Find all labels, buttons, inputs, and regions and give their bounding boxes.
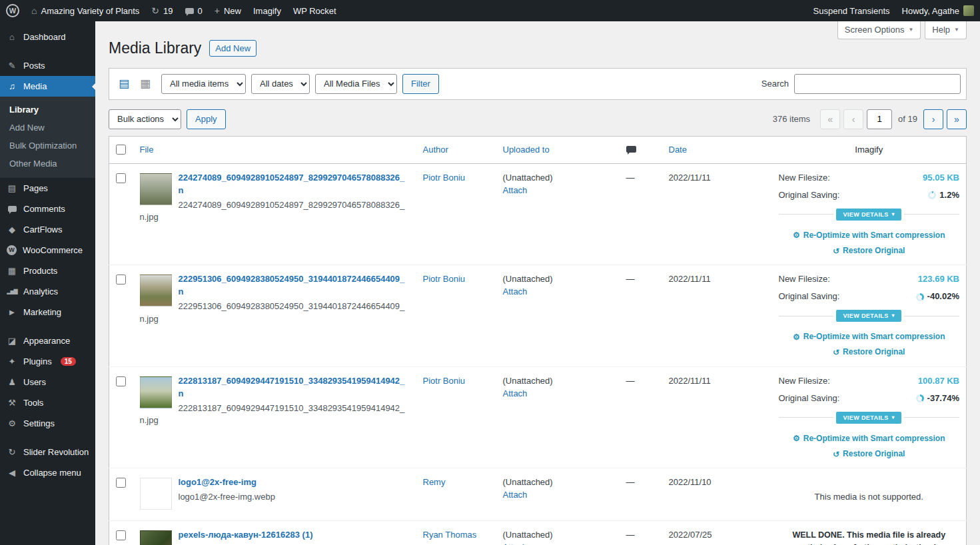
author-link[interactable]: Remy [423, 477, 446, 487]
attach-link[interactable]: Attach [503, 286, 528, 296]
sidebar-item-collapse-menu[interactable]: ◀ Collapse menu [0, 462, 95, 483]
pagination: 376 items « ‹ of 19 › » [773, 109, 967, 129]
reoptimize-link[interactable]: ⚙ Re-Optimize with Smart compression [793, 433, 945, 444]
current-page-input[interactable] [867, 109, 892, 129]
gear-icon: ⚙ [793, 231, 800, 239]
comments-count: — [626, 530, 635, 540]
select-all-checkbox[interactable] [116, 145, 126, 155]
author-link[interactable]: Ryan Thomas [423, 530, 477, 540]
add-new-button[interactable]: Add New [209, 40, 256, 57]
view-details-button[interactable]: VIEW DETAILS ▾ [836, 209, 901, 221]
site-name-link[interactable]: ⌂ Amazing Variety of Plants [25, 0, 145, 21]
imagify-adminbar-menu[interactable]: Imagify [247, 0, 287, 21]
sidebar-item-woocommerce[interactable]: W WooCommerce [0, 240, 95, 261]
sidebar-item-label: Comments [23, 204, 65, 214]
attach-link[interactable]: Attach [503, 542, 528, 545]
sidebar-item-marketing[interactable]: ► Marketing [0, 302, 95, 322]
media-type-filter-select[interactable]: All media items [161, 74, 246, 94]
date-filter-select[interactable]: All dates [251, 74, 310, 94]
uploaded-to-status: (Unattached) [503, 376, 553, 386]
comments-link[interactable]: 0 [179, 0, 209, 21]
sidebar-item-settings[interactable]: ⚙ Settings [0, 413, 95, 434]
restore-original-link[interactable]: ↺ Restore Original [833, 245, 905, 257]
filter-button[interactable]: Filter [402, 74, 439, 94]
author-link[interactable]: Piotr Boniu [423, 274, 466, 284]
screen-options-button[interactable]: Screen Options ▼ [837, 21, 921, 39]
column-header-file[interactable]: File [140, 145, 154, 155]
file-type-filter-select[interactable]: All Media Files [315, 74, 397, 94]
media-thumbnail[interactable] [140, 530, 172, 545]
row-checkbox[interactable] [116, 478, 126, 488]
first-page-button[interactable]: « [820, 109, 840, 129]
sidebar-item-comments[interactable]: Comments [0, 199, 95, 219]
column-header-author[interactable]: Author [423, 145, 448, 155]
grid-view-button[interactable]: ▦ [136, 75, 155, 93]
page-title: Media Library [109, 39, 201, 59]
view-details-button[interactable]: VIEW DETAILS ▾ [836, 412, 901, 424]
reoptimize-link[interactable]: ⚙ Re-Optimize with Smart compression [793, 331, 945, 342]
sidebar-item-tools[interactable]: ⚒ Tools [0, 392, 95, 413]
attach-link[interactable]: Attach [503, 490, 528, 500]
sidebar-item-cartflows[interactable]: ◆ CartFlows [0, 219, 95, 240]
row-checkbox[interactable] [116, 530, 126, 540]
restore-original-link[interactable]: ↺ Restore Original [833, 346, 905, 358]
last-page-button[interactable]: » [947, 109, 967, 129]
next-page-button[interactable]: › [923, 109, 943, 129]
media-title-link[interactable]: logo1@2x-free-img [179, 477, 256, 487]
submenu-item-add-new[interactable]: Add New [0, 119, 95, 137]
media-title-link[interactable]: 222951306_6094928380524950_3194401872446… [179, 274, 405, 296]
original-saving-row: Original Saving: -40.02% [779, 290, 960, 303]
new-content-menu[interactable]: + New [209, 0, 247, 21]
row-checkbox[interactable] [116, 173, 126, 183]
attach-link[interactable]: Attach [503, 388, 528, 398]
sidebar-item-posts[interactable]: ✎ Posts [0, 55, 95, 76]
media-thumbnail[interactable] [140, 376, 172, 408]
restore-original-link[interactable]: ↺ Restore Original [833, 448, 905, 460]
sidebar-item-dashboard[interactable]: ⌂ Dashboard [0, 27, 95, 47]
author-link[interactable]: Piotr Boniu [423, 376, 466, 386]
new-filesize-value: 95.05 KB [923, 172, 959, 185]
suspend-transients-link[interactable]: Suspend Transients [807, 0, 896, 21]
help-button[interactable]: Help ▼ [925, 21, 967, 39]
list-view-button[interactable]: ▤ [115, 75, 133, 93]
bulk-actions-select[interactable]: Bulk actions [109, 109, 181, 129]
column-header-date[interactable]: Date [669, 145, 687, 155]
author-link[interactable]: Piotr Boniu [423, 173, 466, 183]
apply-button[interactable]: Apply [187, 109, 226, 129]
submenu-item-library[interactable]: Library [0, 101, 95, 119]
sidebar-item-pages[interactable]: ▤ Pages [0, 178, 95, 199]
sidebar-item-analytics[interactable]: ▂▅▇ Analytics [0, 281, 95, 302]
plus-icon: + [215, 6, 220, 15]
row-checkbox[interactable] [116, 376, 126, 386]
submenu-item-bulk-optimization[interactable]: Bulk Optimization [0, 137, 95, 155]
row-checkbox[interactable] [116, 274, 126, 284]
view-details-button[interactable]: VIEW DETAILS ▾ [836, 310, 901, 322]
column-header-uploaded-to[interactable]: Uploaded to [503, 145, 550, 155]
account-menu[interactable]: Howdy, Agathe [896, 0, 980, 21]
search-input[interactable] [794, 74, 961, 94]
media-title-link[interactable]: pexels-люда-кавун-12616283 (1) [179, 530, 313, 540]
media-thumbnail[interactable] [140, 274, 172, 306]
wordpress-menu[interactable]: W [0, 0, 25, 21]
media-title-link[interactable]: 222813187_6094929447191510_3348293541959… [179, 376, 405, 398]
sidebar-item-appearance[interactable]: ◪ Appearance [0, 330, 95, 351]
media-thumbnail[interactable] [140, 173, 172, 205]
sidebar-item-users[interactable]: ♟ Users [0, 372, 95, 392]
wp-rocket-adminbar-menu[interactable]: WP Rocket [287, 0, 342, 21]
updates-link[interactable]: ↻ 19 [145, 0, 179, 21]
table-row: logo1@2x-free-img logo1@2x-free-img.webp… [109, 468, 967, 521]
submenu-item-other-media[interactable]: Other Media [0, 155, 95, 173]
media-title-link[interactable]: 224274089_6094928910524897_8299297046578… [179, 173, 405, 195]
tools-icon: ⚒ [7, 398, 17, 407]
menu-separator [0, 322, 95, 330]
attach-link[interactable]: Attach [503, 185, 528, 195]
prev-page-button[interactable]: ‹ [843, 109, 863, 129]
products-icon: ▦ [7, 267, 17, 275]
sidebar-item-slider-revolution[interactable]: ↻ Slider Revolution [0, 442, 95, 462]
sidebar-item-media[interactable]: ♫ Media [0, 76, 95, 97]
media-thumbnail[interactable] [140, 478, 172, 510]
restore-icon: ↺ [833, 247, 839, 255]
reoptimize-link[interactable]: ⚙ Re-Optimize with Smart compression [793, 230, 945, 241]
sidebar-item-plugins[interactable]: ✦ Plugins 15 [0, 351, 95, 372]
sidebar-item-products[interactable]: ▦ Products [0, 261, 95, 281]
